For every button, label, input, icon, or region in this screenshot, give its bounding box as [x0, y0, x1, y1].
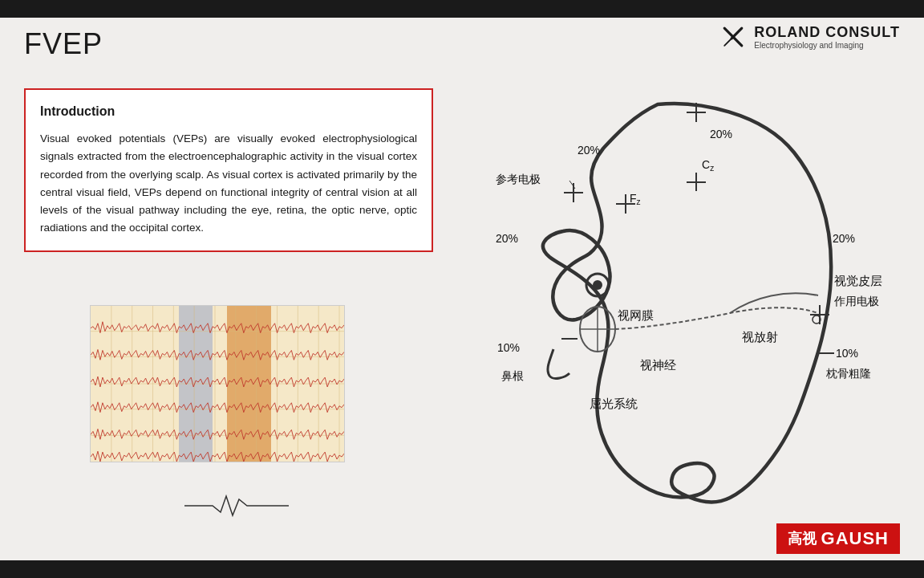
- svg-text:10%: 10%: [497, 341, 520, 354]
- logo-area: ROLAND CONSULT Electrophysiology and Ima…: [719, 22, 900, 51]
- gaush-zh-text: 高视: [788, 529, 817, 548]
- waveform-small: [184, 482, 289, 526]
- svg-text:10%: 10%: [836, 347, 858, 360]
- svg-line-2: [725, 37, 734, 46]
- svg-text:参考电极: 参考电极: [496, 173, 541, 185]
- intro-body: Visual evoked potentials (VEPs) are visu…: [40, 130, 417, 238]
- bottom-bar: [0, 560, 924, 578]
- svg-text:20%: 20%: [833, 232, 855, 245]
- svg-point-21: [593, 280, 602, 290]
- svg-text:Cz: Cz: [702, 158, 714, 173]
- logo-text: ROLAND CONSULT Electrophysiology and Ima…: [754, 24, 900, 50]
- svg-text:20%: 20%: [578, 144, 600, 157]
- svg-text:屈光系统: 屈光系统: [590, 397, 638, 410]
- svg-text:鼻根: 鼻根: [501, 369, 524, 382]
- intro-box: Introduction Visual evoked potentials (V…: [24, 88, 433, 252]
- svg-text:枕骨粗隆: 枕骨粗隆: [825, 367, 871, 380]
- top-bar: [0, 0, 924, 18]
- svg-text:视觉皮层: 视觉皮层: [834, 274, 882, 287]
- svg-text:视放射: 视放射: [742, 330, 778, 344]
- gaush-logo: 高视 GAUSH: [776, 523, 900, 554]
- svg-text:作用电极: 作用电极: [833, 295, 879, 307]
- head-diagram-area: 20% 20% Cz Fz 20% 20% 10% 10% 参考电极 视觉皮层 …: [425, 64, 898, 546]
- small-waveform-svg: [184, 482, 289, 526]
- svg-text:Fz: Fz: [630, 192, 641, 206]
- svg-text:20%: 20%: [710, 128, 732, 140]
- gaush-en-text: GAUSH: [821, 528, 889, 549]
- head-outline-svg: 20% 20% Cz Fz 20% 20% 10% 10% 参考电极 视觉皮层 …: [425, 64, 898, 546]
- eeg-chart: [90, 305, 345, 462]
- roland-consult-icon: [719, 22, 748, 51]
- svg-text:视神经: 视神经: [640, 358, 676, 372]
- intro-title: Introduction: [40, 104, 417, 119]
- svg-text:视网膜: 视网膜: [618, 308, 654, 322]
- svg-text:20%: 20%: [496, 232, 518, 245]
- eeg-waveform-svg: [91, 306, 344, 462]
- page-title: FVEP: [24, 27, 103, 61]
